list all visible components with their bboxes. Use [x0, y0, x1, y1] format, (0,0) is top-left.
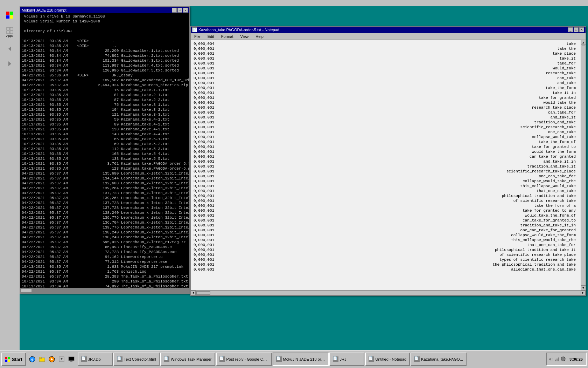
- svg-rect-10: [5, 357, 7, 359]
- row-word: take_it_in: [222, 90, 583, 95]
- menu-format[interactable]: Format: [219, 34, 236, 39]
- taskbar-btn-label: Windows Task Manager: [171, 357, 212, 361]
- sidebar-logo[interactable]: [3, 8, 17, 22]
- row-word: research_take_place: [222, 105, 583, 110]
- row-num: 0,000,001: [194, 223, 222, 228]
- row-num: 0,000,001: [194, 86, 222, 90]
- hscroll-thumb[interactable]: [196, 291, 210, 295]
- svg-rect-26: [555, 360, 556, 361]
- row-num: 0,000,001: [194, 105, 222, 110]
- svg-rect-23: [70, 361, 72, 362]
- row-word: take_for_granted: [222, 95, 583, 100]
- notepad-row: 0,000,001research_take: [194, 71, 583, 76]
- hscroll-left-btn[interactable]: ◄: [191, 291, 196, 295]
- taskbar-system-tray: )) 3:36:26: [546, 353, 587, 366]
- notepad-scrollbar-v[interactable]: ▲ ▼: [581, 40, 586, 290]
- folder-icon: 📄: [333, 356, 338, 362]
- notepad-close-button[interactable]: ✕: [579, 27, 584, 32]
- notepad-content[interactable]: 0,000,004take0,000,001take_the0,000,001t…: [191, 40, 586, 290]
- row-num: 0,000,001: [194, 179, 222, 184]
- tray-icon-1[interactable]: )): [548, 356, 554, 362]
- row-word: allegiance_that_one_can_take: [222, 267, 583, 272]
- row-word: take_the_form_of_a: [222, 203, 583, 208]
- notepad-row: 0,000,001one_can_take_for: [194, 174, 583, 179]
- apps-label: Apps: [6, 34, 14, 38]
- cmd-close-button[interactable]: ✕: [183, 8, 188, 13]
- notepad-row: 0,000,001collapse_would_take_the_form: [194, 233, 583, 238]
- antivirus-icon: [561, 356, 566, 361]
- hscroll-right-btn[interactable]: ►: [581, 291, 586, 295]
- taskbar-btn-2[interactable]: 📄Windows Task Manager: [160, 353, 215, 366]
- cmd-minimize-button[interactable]: _: [172, 8, 177, 13]
- tool-icon: T: [58, 356, 65, 363]
- notepad-row: 0,000,001can_take: [194, 76, 583, 81]
- sidebar-apps[interactable]: Apps: [3, 25, 17, 39]
- quicklaunch-icon-5[interactable]: [67, 355, 76, 363]
- cmd-hscroll[interactable]: [20, 288, 189, 293]
- back-icon: [6, 45, 13, 52]
- quicklaunch-icon-3[interactable]: [48, 355, 56, 363]
- back-button[interactable]: [3, 42, 17, 56]
- taskbar-btn-0[interactable]: 📄JRJ.zip: [78, 353, 113, 366]
- svg-rect-28: [558, 357, 559, 361]
- notepad-row: 0,000,001would_take: [194, 66, 583, 71]
- svg-marker-9: [8, 61, 11, 66]
- tray-icon-2[interactable]: [554, 356, 560, 362]
- taskbar-bottom: Start e T: [0, 350, 588, 368]
- quicklaunch-icon-1[interactable]: e: [28, 355, 36, 363]
- notepad-scrollbar-h[interactable]: ◄ ►: [191, 290, 586, 295]
- menu-file[interactable]: File: [192, 34, 203, 39]
- taskbar-btn-6[interactable]: 📄Untitled - Notepad: [365, 353, 410, 366]
- quicklaunch-icon-4[interactable]: T: [57, 355, 66, 363]
- notepad-row: 0,000,001can_take_for: [194, 110, 583, 115]
- cmd-content[interactable]: Volume in drive E is Sanmayce_111GB Volu…: [20, 13, 189, 288]
- zip-icon: 📄: [81, 356, 87, 362]
- scrollbar-down-btn[interactable]: ▼: [581, 285, 586, 290]
- taskbar-btn-4[interactable]: 📄MokuJIN JADE 218 pro...: [273, 353, 329, 366]
- row-num: 0,000,001: [194, 247, 222, 252]
- notepad-row: 0,000,001that_one_can_take: [194, 189, 583, 193]
- tray-icon-3[interactable]: [561, 356, 566, 362]
- cmd-titlebar-buttons: _ □ ✕: [172, 8, 188, 13]
- notepad-row: 0,000,001allegiance_that_one_can_take: [194, 267, 583, 272]
- cmd-maximize-button[interactable]: □: [177, 8, 182, 13]
- notepad-row: 0,000,001take_the_form_of: [194, 139, 583, 144]
- svg-rect-6: [7, 31, 9, 34]
- clock-display[interactable]: 3:36:26: [568, 357, 584, 361]
- row-num: 0,000,001: [194, 130, 222, 135]
- notepad-row: 0,000,001and_take_it_in: [194, 159, 583, 164]
- taskbar-btn-7[interactable]: 📄Kazahana_take.PAGO...: [411, 353, 467, 366]
- notepad-minimize-button[interactable]: _: [568, 27, 573, 32]
- notepad-row: 0,000,001this_collapse_would_take_the: [194, 238, 583, 243]
- quicklaunch-icon-2[interactable]: [38, 355, 46, 363]
- row-num: 0,000,001: [194, 149, 222, 154]
- row-num: 0,000,001: [194, 61, 222, 66]
- notepad-row: 0,000,001take_for_granted: [194, 95, 583, 100]
- taskbar-btn-3[interactable]: 📄Post reply - Google Chr...: [216, 353, 272, 366]
- row-word: would_take_the: [222, 100, 583, 105]
- start-button[interactable]: Start: [1, 353, 26, 366]
- scrollbar-thumb[interactable]: [582, 46, 585, 56]
- forward-button[interactable]: [3, 57, 17, 71]
- row-word: take_the: [222, 46, 583, 51]
- row-word: that_one_can_take: [222, 189, 583, 193]
- taskbar-btn-1[interactable]: 📄Text Corrector.html: [113, 353, 160, 366]
- notepad-maximize-button[interactable]: □: [574, 27, 579, 32]
- menu-edit[interactable]: Edit: [205, 34, 216, 39]
- row-word: philosophical_tradition_and_take: [222, 193, 583, 198]
- scrollbar-up-btn[interactable]: ▲: [581, 40, 586, 45]
- taskbar-btn-5[interactable]: 📄JRJ: [329, 353, 364, 366]
- menu-view[interactable]: View: [238, 34, 251, 39]
- svg-rect-3: [10, 15, 13, 19]
- row-word: and_take_it: [222, 115, 583, 120]
- cmd-title: MokuIN JADE 218 prompt: [22, 8, 66, 12]
- notepad-row: 0,000,001and_take: [194, 81, 583, 86]
- monitor-icon: [68, 356, 75, 363]
- svg-rect-11: [8, 357, 10, 359]
- notepad-row: 0,000,001collapse_would_take_the: [194, 179, 583, 184]
- svg-rect-22: [69, 357, 74, 361]
- media-icon: [48, 356, 55, 363]
- row-num: 0,000,001: [194, 164, 222, 169]
- menu-help[interactable]: Help: [253, 34, 266, 39]
- notepad-row: 0,000,001the_philosophical_tradition_and…: [194, 262, 583, 267]
